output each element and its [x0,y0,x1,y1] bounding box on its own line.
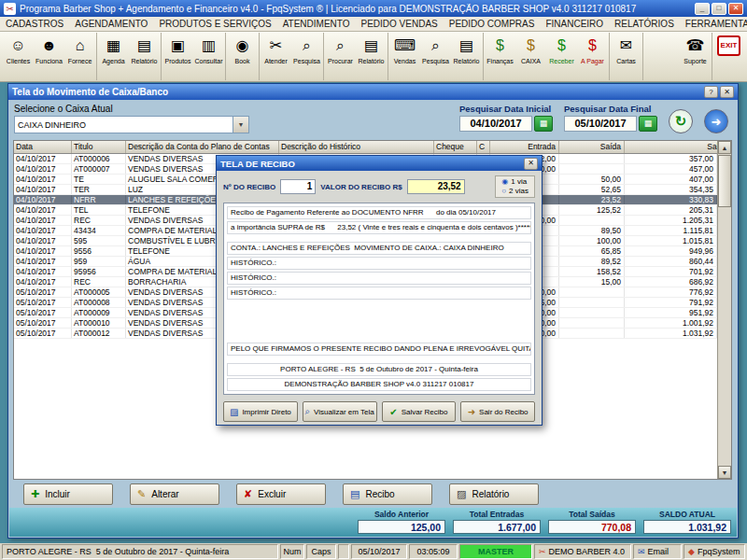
toolbar-relatorio-agenda-button[interactable]: ▤Relatório [129,33,160,80]
toolbar-atender-button[interactable]: ✂Atender [261,33,291,80]
menu-produtos-e-servicos[interactable]: PRODUTOS E SERVIÇOS [153,18,276,30]
toolbar-fornecedor-button[interactable]: ⌂Fornece [64,33,95,80]
menu-bar: CADASTROSAGENDAMENTOPRODUTOS E SERVIÇOSA… [0,17,747,32]
summary-saldo-atual: SALDO ATUAL1.031,92 [643,510,731,535]
toolbar-group: ⌕Procurar▤Relatório [324,33,388,80]
toolbar-group: ◉Book [226,33,260,80]
close-window-button[interactable]: ✕ [720,86,734,98]
status-email[interactable]: ✉ Email [633,544,682,559]
excluir-button[interactable]: ✘Excluir [236,483,326,505]
dialog-close-button[interactable]: ✕ [524,158,538,170]
menu-pedido-vendas[interactable]: PEDIDO VENDAS [355,18,443,30]
toolbar-receber-button[interactable]: $Receber [546,33,577,80]
menu-ferramentas[interactable]: FERRAMENTAS [680,18,747,30]
column-header-data[interactable]: Data [14,141,72,153]
toolbar-group: ☎Suporte [679,33,712,80]
refresh-button[interactable]: ↻ [669,109,693,133]
date-start-input[interactable]: 04/10/2017 [459,116,532,132]
relatorio-pedidos-icon: ▤ [364,34,378,58]
recibo-button[interactable]: ▤Recibo [343,483,432,505]
toolbar-consultar-button[interactable]: ▥Consultar [193,33,224,80]
toolbar-relatorio-vendas-label: Relatório [453,58,479,65]
column-header-descricao-da-conta-do-plano-de-contas[interactable]: Descrição da Conta do Plano de Contas [126,141,279,153]
toolbar-pesquisa-vendas-button[interactable]: ⌕Pesquisa [420,33,451,80]
alterar-button[interactable]: ✎Alterar [130,483,219,505]
toolbar-atender-label: Atender [264,58,288,65]
column-header-entrada[interactable]: Entrada [490,141,559,153]
filter-row: Selecione o Caixa Atual CAIXA DINHEIRO ▼… [8,100,738,140]
radio-2-vias[interactable]: ○2 vias [501,187,529,195]
consultar-icon: ▥ [202,34,216,58]
scroll-down-icon[interactable]: ▼ [718,466,731,479]
dialog-buttons-row: ▨Imprimir Direto⌕Visualizar em Tela✔Salv… [217,398,542,422]
toolbar-procurar-button[interactable]: ⌕Procurar [325,33,356,80]
sair-do-recibo-button[interactable]: ➜Sair do Recibo [460,401,535,422]
menu-cadastros[interactable]: CADASTROS [0,18,69,30]
menu-financeiro[interactable]: FINANCEIRO [540,18,609,30]
toolbar-pesquisa-atendimento-button[interactable]: ⌕Pesquisa [291,33,322,80]
menu-agendamento[interactable]: AGENDAMENTO [69,18,153,30]
relatorio-button[interactable]: ▨Relatório [449,483,539,505]
toolbar-financas-button[interactable]: $Finanças [485,33,515,80]
toolbar-relatorio-pedidos-button[interactable]: ▤Relatório [356,33,387,80]
toolbar-relatorio-vendas-button[interactable]: ▤Relatório [451,33,482,80]
toolbar-caixa-button[interactable]: $CAIXA [515,33,546,80]
search-go-button[interactable]: ➜ [704,109,728,133]
menu-relatorios[interactable]: RELATÓRIOS [609,18,680,30]
close-app-button[interactable]: ✕ [728,3,743,15]
toolbar-a-pagar-button[interactable]: $A Pagar [577,33,608,80]
toolbar-book-button[interactable]: ◉Book [227,33,258,80]
maximize-button[interactable]: □ [712,3,726,15]
cartas-icon: ✉ [620,34,632,58]
scroll-up-icon[interactable]: ▲ [718,141,731,154]
recibo-number-input[interactable]: 1 [280,179,316,194]
column-header-c[interactable]: C [477,141,490,153]
imprimir-direto-button[interactable]: ▨Imprimir Direto [223,401,298,422]
caixa-select[interactable]: CAIXA DINHEIRO ▼ [14,116,249,133]
summary-saldo-anterior: Saldo Anterior125,00 [358,510,445,535]
receipt-reference-line: Recibo de Pagamento Referente ao DOCUMEN… [227,206,531,219]
receipt-account-line: CONTA.: LANCHES E REFEIÇÕES MOVIMENTO DE… [227,242,531,255]
toolbar-sair-button[interactable]: EXIT [713,33,744,80]
column-header-saida[interactable]: Saída [559,141,625,153]
visualizar-em-tela-button[interactable]: ⌕Visualizar em Tela [303,401,377,422]
toolbar-cartas-button[interactable]: ✉Cartas [611,33,641,80]
menu-atendimento[interactable]: ATENDIMENTO [277,18,356,30]
recibo-value-input[interactable]: 23,52 [407,179,465,194]
menu-pedido-compras[interactable]: PEDIDO COMPRAS [444,18,541,30]
radio-1-via[interactable]: ◉1 via [501,177,529,186]
fornecedor-icon: ⌂ [76,34,85,58]
vertical-scrollbar[interactable]: ▲ ▼ [717,141,731,479]
scroll-thumb[interactable] [718,155,731,207]
chevron-down-icon[interactable]: ▼ [233,117,248,133]
toolbar-financas-label: Finanças [486,58,513,65]
funcionario-icon: ☻ [41,34,57,58]
recibo-icon: ▤ [350,488,359,500]
calendar-end-icon[interactable]: ▦ [639,116,657,132]
toolbar-agenda-button[interactable]: ▦Agenda [98,33,129,80]
toolbar-clientes-button[interactable]: ☺Clientes [3,33,34,80]
minimize-button[interactable]: _ [695,3,710,15]
status-num: Num [280,544,304,559]
radio-icon: ○ [501,187,506,195]
column-header-saldo[interactable]: Saldo [625,141,731,153]
column-header-cheque[interactable]: Cheque [434,141,477,153]
recibo-value-label: VALOR DO RECIBO R$ [320,183,402,191]
toolbar-group: ☺Clientes☻Funciona⌂Fornece [2,33,97,80]
help-button[interactable]: ? [704,86,718,98]
date-end-input[interactable]: 05/10/2017 [564,116,637,132]
column-header-titulo[interactable]: Titulo [72,141,126,153]
toolbar-book-label: Book [235,58,250,65]
radio-2-vias-label: 2 vias [509,187,529,195]
alterar-label: Alterar [151,489,178,499]
salvar-recibo-button[interactable]: ✔Salvar Recibo [382,401,457,422]
incluir-button[interactable]: ✚Incluir [23,483,113,505]
column-header-descricao-do-historico[interactable]: Descrição do Histórico [279,141,434,153]
pesquisa-atendimento-icon: ⌕ [303,34,311,58]
toolbar-suporte-button[interactable]: ☎Suporte [680,33,711,80]
toolbar-vendas-button[interactable]: ⌨Vendas [389,33,420,80]
toolbar-funcionario-button[interactable]: ☻Funciona [34,33,64,80]
toolbar-produtos-button[interactable]: ▣Produtos [162,33,193,80]
status-time: 03:05:09 [409,544,458,559]
calendar-start-icon[interactable]: ▦ [534,116,553,132]
